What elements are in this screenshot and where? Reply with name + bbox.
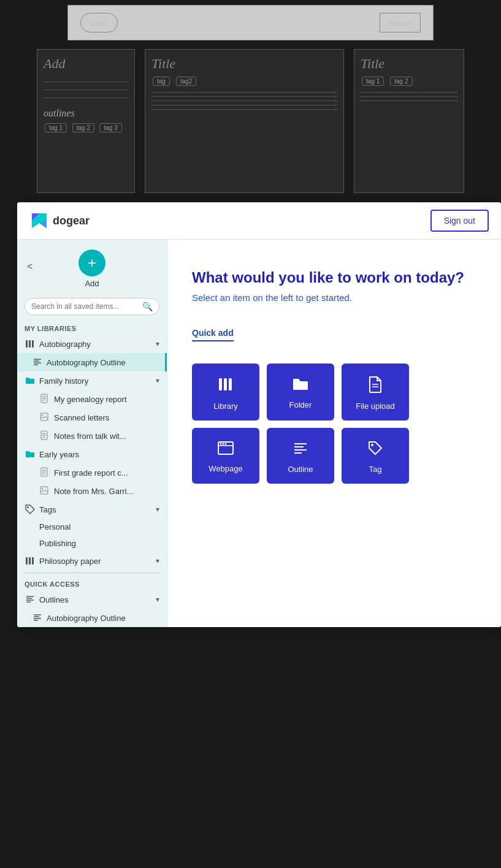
my-libraries-header: MY LIBRARIES <box>17 320 167 335</box>
quick-add-tag-button[interactable]: Tag <box>342 428 409 484</box>
svg-rect-40 <box>229 378 232 390</box>
svg-rect-38 <box>219 378 222 390</box>
svg-point-46 <box>223 443 224 445</box>
philosophy-label: Philosophy paper <box>39 557 152 566</box>
sidebar-divider <box>25 573 159 573</box>
sidebar-item-personal[interactable]: Personal <box>17 519 167 535</box>
qa-outlines-chevron: ▾ <box>156 595 159 604</box>
sidebar-collapse-button[interactable]: < <box>25 259 35 275</box>
folder-quick-icon <box>292 377 309 395</box>
svg-rect-24 <box>40 487 48 494</box>
svg-rect-4 <box>29 340 31 348</box>
svg-rect-27 <box>26 557 28 565</box>
quick-access-header: QUICK ACCESS <box>17 576 167 590</box>
webpage-quick-icon <box>217 441 234 459</box>
notes-from-talk-label: Notes from talk wit... <box>54 432 159 441</box>
quick-add-grid: Library Folder File upload <box>192 364 476 484</box>
wireframe-top-bar: [logo] Sign out <box>67 5 434 40</box>
qa-autobiography-outline-label: Autobiography Outline <box>47 614 159 623</box>
library-quick-icon <box>217 376 234 397</box>
wireframe-panel-3: Title tag 1 tag 2 <box>354 49 464 193</box>
svg-rect-3 <box>26 340 28 348</box>
file-icon-grade <box>39 467 50 478</box>
quick-add-label: Quick add <box>192 328 234 341</box>
sidebar-item-autobiography[interactable]: Autobiography ▾ <box>17 335 167 353</box>
svg-rect-14 <box>40 413 48 421</box>
sidebar-item-scanned-letters[interactable]: Scanned letters <box>17 408 167 427</box>
sidebar-add-section: < + Add <box>17 240 167 293</box>
family-history-label: Family history <box>39 376 152 386</box>
wireframe-panel-1: Add outlines tag 1 tag 2 tag 3 <box>37 49 135 193</box>
svg-point-26 <box>27 506 29 508</box>
image-icon-note <box>39 485 50 497</box>
first-grade-label: First grade report c... <box>54 468 159 478</box>
svg-point-45 <box>220 443 222 445</box>
app-body: < + Add 🔍 MY LIBRARIES <box>17 240 501 627</box>
logo-container: dogear <box>29 211 90 230</box>
tag-quick-label: Tag <box>369 465 382 474</box>
sidebar-item-note-from-mrs[interactable]: Note from Mrs. Garri... <box>17 482 167 500</box>
library-icon-phil <box>25 555 36 566</box>
personal-label: Personal <box>39 522 159 531</box>
outline-quick-icon <box>293 440 308 460</box>
file-quick-label: File upload <box>356 402 395 411</box>
sidebar-item-genealogy[interactable]: My genealogy report <box>17 390 167 408</box>
svg-rect-29 <box>32 557 34 565</box>
autobiography-label: Autobiography <box>39 340 152 349</box>
wireframe-logo-box: [logo] <box>80 13 118 32</box>
sidebar-search-container: 🔍 <box>17 293 167 320</box>
search-input-box[interactable]: 🔍 <box>25 298 159 315</box>
search-icon: 🔍 <box>142 302 153 311</box>
qa-outlines-label: Outlines <box>39 595 152 604</box>
quick-add-file-button[interactable]: File upload <box>342 364 409 421</box>
file-quick-icon <box>368 376 383 397</box>
folder-quick-label: Folder <box>289 400 312 409</box>
sidebar-item-notes-from-talk[interactable]: Notes from talk wit... <box>17 427 167 445</box>
add-label: Add <box>85 279 99 288</box>
sign-out-button[interactable]: Sign out <box>430 210 489 232</box>
wireframe-sign-out-text: Sign out <box>389 19 411 26</box>
file-icon-genealogy <box>39 394 50 405</box>
dogear-logo-icon <box>29 211 49 230</box>
wireframe-sign-out-box: Sign out <box>380 13 421 32</box>
quick-add-outline-button[interactable]: Outline <box>267 428 334 484</box>
sidebar-item-tags[interactable]: Tags ▾ <box>17 500 167 519</box>
sidebar-item-publishing[interactable]: Publishing <box>17 535 167 552</box>
svg-point-52 <box>371 444 373 446</box>
outline-icon-qa <box>25 594 36 605</box>
sidebar-item-family-history[interactable]: Family history ▾ <box>17 371 167 390</box>
sidebar-item-qa-autobiography-outline[interactable]: Autobiography Outline <box>17 609 167 627</box>
wf-add-text: Add <box>44 56 128 72</box>
search-input[interactable] <box>31 302 139 311</box>
wireframe-panel-2: Title tag tag2 <box>145 49 344 193</box>
family-history-chevron: ▾ <box>156 376 159 385</box>
folder-icon-ey <box>25 449 36 460</box>
sidebar-item-early-years[interactable]: Early years <box>17 445 167 463</box>
quick-add-folder-button[interactable]: Folder <box>267 364 334 421</box>
svg-point-25 <box>42 488 44 490</box>
sidebar-item-autobiography-outline[interactable]: Autobiography Outline <box>17 353 167 371</box>
add-circle-button[interactable]: + <box>78 249 105 276</box>
file-icon-notes <box>39 430 50 441</box>
main-title: What would you like to work on today? <box>192 269 476 286</box>
quick-add-library-button[interactable]: Library <box>192 364 259 421</box>
library-quick-label: Library <box>213 402 238 411</box>
autobiography-outline-label: Autobiography Outline <box>47 358 158 367</box>
sidebar-item-philosophy[interactable]: Philosophy paper ▾ <box>17 552 167 570</box>
app-container: dogear Sign out < + Add <box>17 202 501 627</box>
sidebar-item-qa-outlines[interactable]: Outlines ▾ <box>17 590 167 609</box>
svg-rect-28 <box>29 557 31 565</box>
sidebar-item-first-grade[interactable]: First grade report c... <box>17 463 167 482</box>
svg-rect-39 <box>224 378 227 390</box>
wireframe-panels: Add outlines tag 1 tag 2 tag 3 Title tag <box>37 49 464 193</box>
quick-add-section: Quick add <box>192 327 476 354</box>
quick-add-webpage-button[interactable]: Webpage <box>192 428 259 484</box>
tag-icon <box>25 504 36 515</box>
genealogy-label: My genealogy report <box>54 395 159 404</box>
main-content: What would you like to work on today? Se… <box>167 240 501 627</box>
svg-point-47 <box>225 443 227 445</box>
scanned-letters-label: Scanned letters <box>54 413 159 422</box>
svg-point-15 <box>42 414 44 416</box>
library-icon <box>25 338 36 349</box>
autobiography-chevron: ▾ <box>156 340 159 348</box>
